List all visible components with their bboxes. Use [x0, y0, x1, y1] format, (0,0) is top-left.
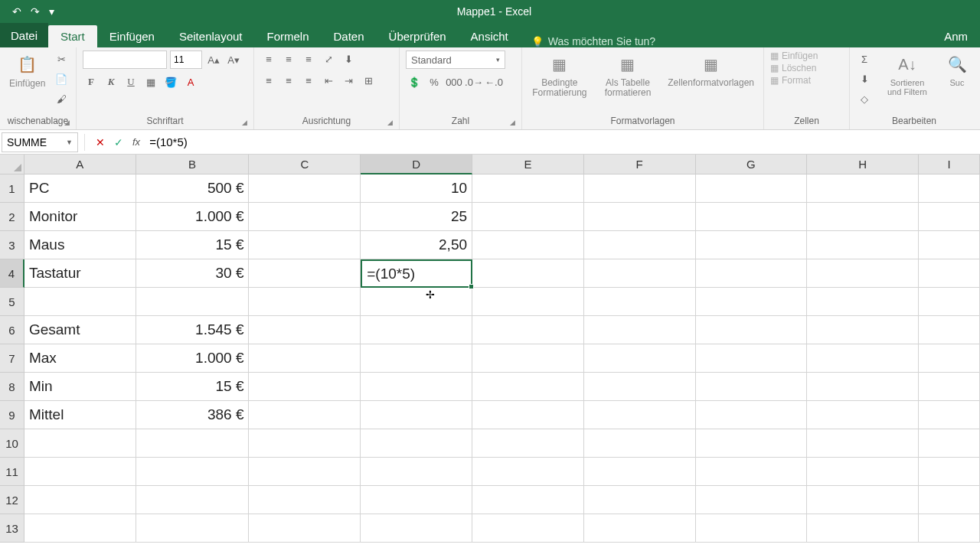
- tell-me-box[interactable]: 💡 Was möchten Sie tun?: [521, 35, 655, 47]
- cell-G12[interactable]: [696, 486, 808, 514]
- row-header-12[interactable]: 12: [0, 486, 24, 514]
- row-header-10[interactable]: 10: [0, 429, 24, 458]
- formula-input[interactable]: [145, 132, 980, 152]
- cell-G2[interactable]: [696, 203, 808, 231]
- cell-H3[interactable]: [807, 231, 919, 259]
- cell-I2[interactable]: [919, 203, 980, 231]
- cell-G10[interactable]: [696, 429, 808, 458]
- cell-F12[interactable]: [584, 486, 696, 514]
- cell-B3[interactable]: 15 €: [136, 231, 250, 259]
- column-header-F[interactable]: F: [584, 155, 696, 174]
- align-right-button[interactable]: ≡: [300, 72, 317, 89]
- cell-I9[interactable]: [919, 401, 980, 429]
- tab-page-layout[interactable]: Seitenlayout: [167, 25, 255, 47]
- cell-E9[interactable]: [472, 401, 584, 429]
- wrap-text-button[interactable]: ⬇: [340, 51, 357, 67]
- row-header-5[interactable]: 5: [0, 288, 24, 316]
- fill-handle[interactable]: [469, 284, 474, 289]
- cell-C7[interactable]: [249, 344, 361, 373]
- enter-button[interactable]: ✓: [109, 133, 128, 152]
- cell-A9[interactable]: Mittel: [24, 401, 136, 429]
- cell-G5[interactable]: [696, 288, 808, 316]
- cell-G9[interactable]: [696, 401, 808, 429]
- qat-customize[interactable]: ▾: [49, 5, 54, 18]
- cell-B8[interactable]: 15 €: [136, 373, 250, 401]
- cell-G13[interactable]: [696, 514, 808, 543]
- row-header-9[interactable]: 9: [0, 401, 24, 429]
- cell-E11[interactable]: [472, 458, 584, 486]
- cell-G11[interactable]: [696, 458, 808, 486]
- cell-F11[interactable]: [584, 458, 696, 486]
- cell-I6[interactable]: [919, 316, 980, 344]
- cell-D2[interactable]: 25: [361, 203, 472, 231]
- insert-cells-button[interactable]: ▦Einfügen: [770, 51, 818, 61]
- cell-C5[interactable]: [249, 288, 361, 316]
- delete-cells-button[interactable]: ▦Löschen: [770, 63, 816, 73]
- cell-A13[interactable]: [24, 514, 136, 543]
- column-header-C[interactable]: C: [249, 155, 361, 174]
- cell-I10[interactable]: [919, 429, 980, 458]
- cell-B1[interactable]: 500 €: [136, 174, 250, 203]
- tab-sign-in[interactable]: Anm: [932, 25, 980, 47]
- align-middle-button[interactable]: ≡: [280, 51, 297, 67]
- cell-F4[interactable]: [584, 259, 696, 288]
- cell-E8[interactable]: [472, 373, 584, 401]
- cell-B11[interactable]: [136, 458, 250, 486]
- cell-D5[interactable]: [361, 288, 472, 316]
- italic-button[interactable]: K: [103, 73, 119, 90]
- cell-F2[interactable]: [584, 203, 696, 231]
- font-size-input[interactable]: [170, 51, 202, 69]
- column-header-D[interactable]: D: [361, 155, 472, 174]
- cell-B5[interactable]: [136, 288, 250, 316]
- row-header-1[interactable]: 1: [0, 174, 24, 203]
- align-bottom-button[interactable]: ≡: [300, 51, 317, 67]
- autosum-button[interactable]: Σ: [856, 51, 873, 67]
- cell-H5[interactable]: [807, 288, 919, 316]
- tab-data[interactable]: Daten: [322, 25, 377, 47]
- underline-button[interactable]: U: [122, 73, 139, 90]
- cell-styles-button[interactable]: ▦ Zellenformatvorlagen: [665, 51, 757, 90]
- cell-A10[interactable]: [24, 429, 136, 458]
- paste-button[interactable]: 📋 Einfügen: [6, 51, 48, 90]
- cell-C1[interactable]: [249, 174, 361, 203]
- cell-H9[interactable]: [807, 401, 919, 429]
- cell-C3[interactable]: [249, 231, 361, 259]
- cell-H4[interactable]: [807, 259, 919, 288]
- cell-C6[interactable]: [249, 316, 361, 344]
- font-name-input[interactable]: [83, 51, 167, 69]
- cell-H13[interactable]: [807, 514, 919, 543]
- fill-button[interactable]: ⬇: [856, 70, 873, 87]
- cell-A12[interactable]: [24, 486, 136, 514]
- format-cells-button[interactable]: ▦Format: [770, 75, 811, 86]
- cell-G8[interactable]: [696, 373, 808, 401]
- select-all-button[interactable]: [0, 155, 24, 174]
- cell-H1[interactable]: [807, 174, 919, 203]
- cell-F5[interactable]: [584, 288, 696, 316]
- cell-A2[interactable]: Monitor: [24, 203, 136, 231]
- cell-D9[interactable]: [361, 401, 472, 429]
- cell-I11[interactable]: [919, 458, 980, 486]
- cell-E4[interactable]: [472, 259, 584, 288]
- redo-button[interactable]: ↷: [31, 5, 40, 18]
- merge-button[interactable]: ⊞: [360, 72, 377, 89]
- cell-C10[interactable]: [249, 429, 361, 458]
- cell-A6[interactable]: Gesamt: [24, 316, 136, 344]
- row-header-7[interactable]: 7: [0, 344, 24, 373]
- cell-D4[interactable]: =(10*5): [361, 259, 472, 288]
- cell-B7[interactable]: 1.000 €: [136, 344, 250, 373]
- cell-C11[interactable]: [249, 458, 361, 486]
- cell-F6[interactable]: [584, 316, 696, 344]
- align-top-button[interactable]: ≡: [260, 51, 277, 67]
- cell-E12[interactable]: [472, 486, 584, 514]
- cell-D12[interactable]: [361, 486, 472, 514]
- row-header-8[interactable]: 8: [0, 373, 24, 401]
- cell-D7[interactable]: [361, 344, 472, 373]
- cell-D11[interactable]: [361, 458, 472, 486]
- row-header-13[interactable]: 13: [0, 514, 24, 543]
- cell-F7[interactable]: [584, 344, 696, 373]
- cell-C12[interactable]: [249, 486, 361, 514]
- cell-G6[interactable]: [696, 316, 808, 344]
- cell-I1[interactable]: [919, 174, 980, 203]
- cell-A8[interactable]: Min: [24, 373, 136, 401]
- cell-I3[interactable]: [919, 231, 980, 259]
